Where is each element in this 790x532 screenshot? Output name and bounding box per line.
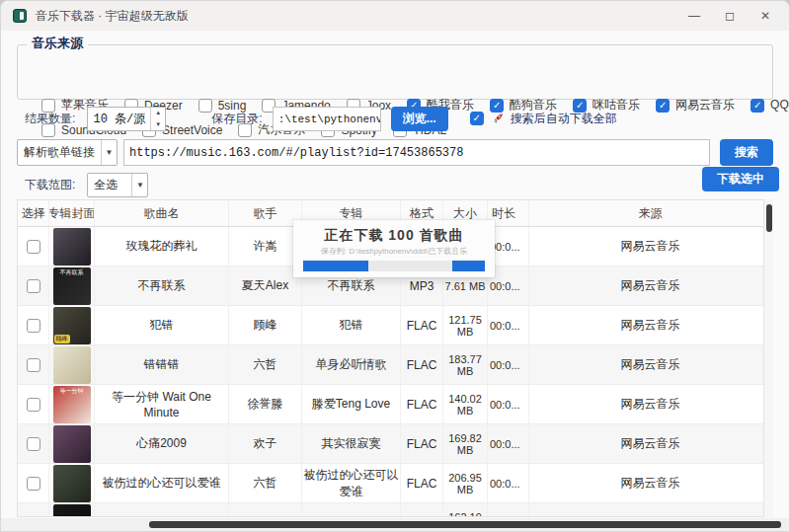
vertical-scrollbar[interactable] bbox=[763, 199, 773, 517]
select-cell bbox=[18, 306, 49, 344]
cover-cell: 不再联系 bbox=[49, 266, 95, 305]
source-cell: 网易云音乐 bbox=[529, 464, 772, 502]
sources-groupbox: 苹果音乐Deezer5singJamendoJoox✓酷我音乐✓酷狗音乐✓咪咕音… bbox=[17, 44, 773, 100]
download-range-select[interactable]: 全选 ▼ bbox=[87, 173, 148, 197]
size-cell: 169.82 MB bbox=[443, 424, 488, 463]
artist-cell: 欢子 bbox=[229, 424, 302, 463]
vertical-scrollbar-thumb[interactable] bbox=[766, 204, 772, 232]
search-button[interactable]: 搜索 bbox=[720, 139, 773, 166]
cover-cell bbox=[49, 503, 95, 516]
format-cell: FLAC bbox=[401, 385, 443, 423]
row-select-checkbox[interactable] bbox=[27, 240, 40, 254]
save-dir-input[interactable]: :\test\pythonenv\ddd\已下载音乐 bbox=[273, 107, 381, 131]
cover-cell bbox=[49, 227, 95, 266]
row-select-checkbox[interactable] bbox=[27, 516, 40, 517]
horizontal-scrollbar-thumb[interactable] bbox=[149, 521, 781, 528]
row-select-checkbox[interactable] bbox=[27, 279, 40, 293]
title-bar: 音乐下载器 · 宇宙超级无敌版 — ◻ ✕ bbox=[1, 1, 789, 31]
result-count-value: 10 条/源 bbox=[88, 108, 150, 130]
row-select-checkbox[interactable] bbox=[27, 437, 40, 451]
album-cell: 单身必听情歌 bbox=[302, 345, 401, 384]
source-cell: 网易云音乐 bbox=[529, 345, 772, 384]
row-select-checkbox[interactable] bbox=[27, 358, 40, 372]
cover-cell bbox=[49, 345, 95, 384]
artist-cell: 马天宇 bbox=[229, 503, 302, 516]
row-select-checkbox[interactable] bbox=[27, 477, 40, 491]
result-count-stepper[interactable]: 10 条/源 ▲▼ bbox=[87, 107, 166, 131]
header-song[interactable]: 歌曲名 bbox=[95, 200, 229, 226]
size-cell: 162.19 MB bbox=[443, 503, 488, 516]
chevron-down-icon: ▼ bbox=[131, 174, 147, 196]
cover-cell bbox=[49, 464, 95, 502]
song-name-cell: 犯错 bbox=[95, 306, 229, 344]
header-select[interactable]: 选择 bbox=[18, 200, 49, 226]
source-cell: 网易云音乐 bbox=[529, 503, 772, 516]
stepper-arrows[interactable]: ▲▼ bbox=[150, 108, 165, 130]
header-cover[interactable]: 专辑封面 bbox=[49, 200, 95, 226]
download-selected-button[interactable]: 下载选中 bbox=[702, 167, 779, 191]
parse-mode-select[interactable]: 解析歌单链接 ▼ bbox=[17, 139, 118, 166]
format-cell: FLAC bbox=[401, 503, 443, 516]
stepper-up-icon[interactable]: ▲ bbox=[151, 108, 165, 119]
album-cover bbox=[53, 228, 91, 266]
table-row[interactable]: 离开的温柔马天宇自言自语FLAC162.19 MB00:0网易云音乐 bbox=[18, 503, 772, 516]
album-cell: 自言自语 bbox=[302, 503, 401, 516]
download-range-label: 下载范围: bbox=[25, 177, 75, 193]
album-cell: 滕爱Teng Love bbox=[302, 385, 401, 423]
stepper-down-icon[interactable]: ▼ bbox=[151, 118, 165, 130]
dialog-save-path: 保存到: D:\test\pythonenv\ddd\已下载音乐 bbox=[304, 247, 484, 256]
row-select-checkbox[interactable] bbox=[27, 398, 40, 412]
album-cover-text: 等一分钟 bbox=[53, 387, 91, 396]
header-source[interactable]: 来源 bbox=[529, 200, 772, 226]
duration-cell: 00:0... bbox=[488, 424, 529, 463]
download-progressbar bbox=[303, 261, 485, 271]
maximize-button[interactable]: ◻ bbox=[712, 3, 748, 29]
size-cell: 121.75 MB bbox=[443, 306, 488, 344]
album-cell: 犯错 bbox=[302, 306, 401, 344]
source-cell: 网易云音乐 bbox=[529, 424, 772, 463]
album-cover bbox=[53, 425, 91, 463]
result-count-label: 结果数量: bbox=[25, 111, 75, 127]
auto-download-checkbox[interactable]: ✓ bbox=[470, 112, 484, 125]
select-cell bbox=[18, 424, 49, 463]
table-row[interactable]: 顾峰犯错顾峰犯错FLAC121.75 MB00:0...网易云音乐 bbox=[18, 306, 772, 345]
table-row[interactable]: 等一分钟等一分钟 Wait One Minute徐誉滕滕爱Teng LoveFL… bbox=[18, 385, 772, 424]
table-row[interactable]: 错错错六哲单身必听情歌FLAC183.77 MB00:0...网易云音乐 bbox=[18, 345, 772, 385]
table-row[interactable]: 被伤过的心还可以爱谁六哲被伤过的心还可以爱谁FLAC206.95 MB00:0.… bbox=[18, 464, 772, 503]
album-cover: 等一分钟 bbox=[53, 386, 91, 423]
cover-cell: 等一分钟 bbox=[49, 385, 95, 423]
duration-cell: 00:0... bbox=[488, 385, 529, 423]
window-title: 音乐下载器 · 宇宙超级无敌版 bbox=[36, 8, 189, 25]
dialog-title: 正在下载 100 首歌曲 bbox=[324, 227, 463, 245]
source-label: QQ音乐 bbox=[770, 97, 790, 114]
cover-cell bbox=[49, 424, 95, 463]
horizontal-scrollbar[interactable] bbox=[1, 518, 789, 531]
album-cell: 其实很寂寞 bbox=[302, 424, 401, 463]
album-cell: 被伤过的心还可以爱谁 bbox=[302, 464, 401, 502]
select-cell bbox=[18, 345, 49, 384]
close-button[interactable]: ✕ bbox=[748, 3, 783, 29]
minimize-button[interactable]: — bbox=[676, 3, 712, 29]
playlist-url-input[interactable]: https://music.163.com/#/playlist?id=1745… bbox=[123, 139, 710, 166]
song-name-cell: 离开的温柔 bbox=[95, 503, 229, 516]
song-name-cell: 心痛2009 bbox=[95, 424, 229, 463]
source-cell: 网易云音乐 bbox=[529, 266, 772, 305]
source-cell: 网易云音乐 bbox=[529, 227, 772, 266]
album-cover-badge: 顾峰 bbox=[54, 335, 70, 343]
header-artist[interactable]: 歌手 bbox=[229, 200, 302, 226]
song-name-cell: 等一分钟 Wait One Minute bbox=[95, 385, 229, 423]
select-cell bbox=[18, 385, 49, 423]
album-cover bbox=[53, 504, 91, 517]
format-cell: FLAC bbox=[401, 306, 443, 344]
album-cover bbox=[53, 346, 91, 384]
artist-cell: 六哲 bbox=[229, 464, 302, 502]
table-row[interactable]: 心痛2009欢子其实很寂寞FLAC169.82 MB00:0...网易云音乐 bbox=[18, 424, 772, 464]
cover-cell: 顾峰 bbox=[49, 306, 95, 344]
source-cell: 网易云音乐 bbox=[529, 306, 772, 344]
format-cell: FLAC bbox=[401, 424, 443, 463]
row-select-checkbox[interactable] bbox=[27, 319, 40, 333]
select-cell bbox=[18, 266, 49, 305]
song-name-cell: 错错错 bbox=[95, 345, 229, 384]
browse-button[interactable]: 浏览... bbox=[391, 107, 448, 131]
album-cover: 不再联系 bbox=[53, 267, 91, 305]
